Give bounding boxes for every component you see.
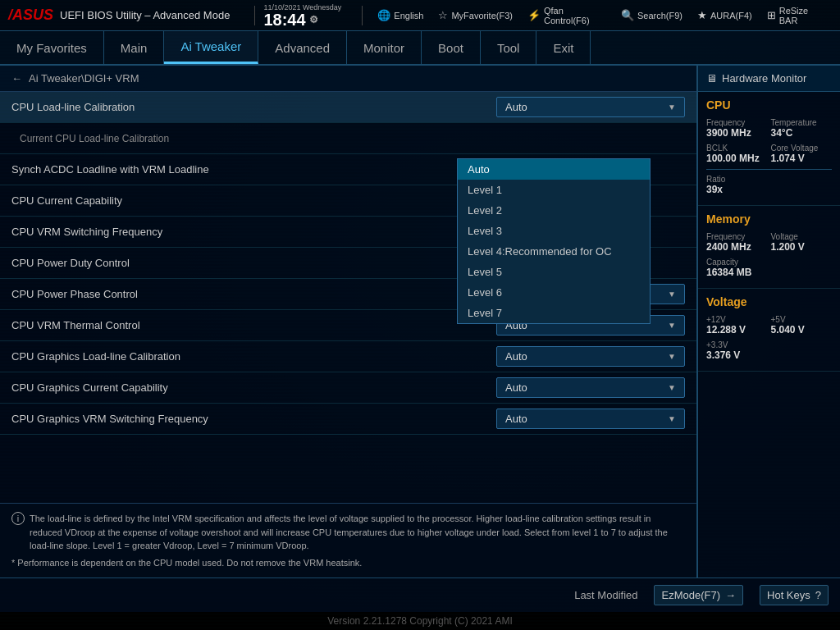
- memory-capacity-value: 16384 MB: [706, 267, 832, 278]
- setting-label-current-cpu: Current CPU Load-line Calibration: [11, 133, 685, 144]
- setting-row-current-cpu[interactable]: Current CPU Load-line Calibration: [0, 123, 696, 154]
- info-description: The load-line is defined by the Intel VR…: [30, 512, 685, 553]
- setting-row-cpu-graphics-loadline[interactable]: CPU Graphics Load-line Calibration Auto …: [0, 341, 696, 372]
- ez-mode-icon: →: [725, 589, 736, 601]
- dropdown-menu: Auto Level 1 Level 2 Level 3 Level 4:Rec…: [457, 158, 651, 324]
- last-modified-label: Last Modified: [574, 589, 637, 601]
- cpu-divider: [706, 169, 832, 170]
- chevron-down-icon: ▼: [668, 103, 676, 112]
- info-box: i The load-line is defined by the Intel …: [0, 503, 696, 578]
- toolbar-search[interactable]: 🔍 Search(F9): [614, 7, 689, 23]
- toolbar-rebar[interactable]: ⊞ ReSize BAR: [760, 4, 832, 27]
- dropdown-option-level1[interactable]: Level 1: [458, 180, 650, 200]
- cpu-core-voltage-value: 1.074 V: [771, 153, 833, 164]
- star-icon: ☆: [438, 9, 448, 21]
- cpu-ratio-value: 39x: [706, 184, 832, 195]
- memory-voltage-label: Voltage: [771, 232, 833, 241]
- memory-voltage-value: 1.200 V: [771, 241, 833, 253]
- version-bar: Version 2.21.1278 Copyright (C) 2021 AMI: [0, 612, 840, 630]
- dropdown-option-level3[interactable]: Level 3: [458, 221, 650, 241]
- voltage-section-title: Voltage: [706, 295, 832, 308]
- info-note: * Performance is dependent on the CPU mo…: [11, 556, 685, 570]
- nav-main[interactable]: Main: [104, 31, 165, 64]
- memory-voltage-cell: Voltage 1.200 V: [771, 232, 833, 253]
- dropdown-option-level2[interactable]: Level 2: [458, 200, 650, 221]
- toolbar-myfavorite[interactable]: ☆ MyFavorite(F3): [431, 7, 519, 23]
- memory-frequency-cell: Frequency 2400 MHz: [706, 232, 768, 253]
- dropdown-cpu-graphics-current[interactable]: Auto ▼: [496, 377, 685, 398]
- setting-label-cpu-graphics-loadline: CPU Graphics Load-line Calibration: [11, 350, 496, 363]
- memory-frequency-label: Frequency: [706, 232, 768, 241]
- voltage-33v-value: 3.376 V: [706, 349, 832, 361]
- voltage-12v-label: +12V: [706, 315, 768, 324]
- dropdown-cpu-graphics-vrm[interactable]: Auto ▼: [496, 409, 685, 429]
- toolbar-aura[interactable]: ★ AURA(F4): [691, 7, 759, 23]
- toolbar-language[interactable]: 🌐 English: [371, 7, 430, 23]
- ez-mode-button[interactable]: EzMode(F7) →: [654, 585, 743, 605]
- back-arrow-icon[interactable]: ←: [11, 72, 22, 84]
- cpu-bclk-value: 100.00 MHz: [706, 153, 768, 164]
- cpu-frequency-label: Frequency: [706, 118, 768, 127]
- voltage-12v-cell: +12V 12.288 V: [706, 315, 768, 336]
- globe-icon: 🌐: [377, 9, 390, 21]
- version-text: Version 2.21.1278 Copyright (C) 2021 AMI: [327, 615, 512, 627]
- search-icon: 🔍: [621, 9, 634, 21]
- chevron-down-icon5: ▼: [668, 383, 676, 392]
- cpu-frequency-cell: Frequency 3900 MHz: [706, 118, 768, 139]
- cpu-frequency-value: 3900 MHz: [706, 127, 768, 139]
- voltage-5v-label: +5V: [771, 315, 833, 324]
- cpu-temperature-cell: Temperature 34°C: [771, 118, 833, 139]
- dropdown-cpu-loadline[interactable]: Auto ▼: [496, 97, 685, 117]
- nav-monitor[interactable]: Monitor: [347, 31, 422, 64]
- datetime: 11/10/2021 Wednesday 18:44 ⚙: [263, 3, 341, 28]
- logo: /ASUS UEFI BIOS Utility – Advanced Mode: [8, 7, 230, 24]
- dropdown-option-level6[interactable]: Level 6: [458, 282, 650, 303]
- settings-icon[interactable]: ⚙: [309, 15, 318, 25]
- bios-title: UEFI BIOS Utility – Advanced Mode: [60, 9, 230, 21]
- main-content: ← Ai Tweaker\DIGI+ VRM CPU Load-line Cal…: [0, 66, 840, 578]
- info-icon: i: [11, 512, 25, 525]
- voltage-12v-value: 12.288 V: [706, 324, 768, 336]
- voltage-33v-cell: +3.3V 3.376 V: [706, 340, 832, 361]
- dropdown-option-auto[interactable]: Auto: [458, 159, 650, 180]
- cpu-ratio-label: Ratio: [706, 175, 832, 184]
- memory-section-title: Memory: [706, 212, 832, 226]
- cpu-bclk-label: BCLK: [706, 144, 768, 153]
- voltage-33v-label: +3.3V: [706, 340, 832, 349]
- toolbar-qfan[interactable]: ⚡ Qfan Control(F6): [521, 4, 613, 27]
- memory-capacity-label: Capacity: [706, 258, 832, 267]
- hot-keys-button[interactable]: Hot Keys ?: [760, 585, 829, 605]
- voltage-monitor-section: Voltage +12V 12.288 V +5V 5.040 V +3.3V …: [698, 289, 840, 372]
- nav-boot[interactable]: Boot: [422, 31, 481, 64]
- chevron-down-icon4: ▼: [668, 352, 676, 361]
- nav-tool[interactable]: Tool: [481, 31, 537, 64]
- nav-my-favorites[interactable]: My Favorites: [0, 31, 104, 64]
- header-divider2: [362, 6, 363, 25]
- header: /ASUS UEFI BIOS Utility – Advanced Mode …: [0, 0, 840, 31]
- chevron-down-icon3: ▼: [668, 321, 676, 330]
- setting-row-cpu-graphics-vrm[interactable]: CPU Graphics VRM Switching Frequency Aut…: [0, 404, 696, 435]
- nav-exit[interactable]: Exit: [536, 31, 591, 64]
- cpu-temperature-label: Temperature: [771, 118, 833, 127]
- cpu-section-title: CPU: [706, 98, 832, 112]
- rebar-icon: ⊞: [767, 9, 776, 21]
- dropdown-cpu-graphics-loadline[interactable]: Auto ▼: [496, 346, 685, 367]
- breadcrumb: ← Ai Tweaker\DIGI+ VRM: [0, 66, 696, 92]
- dropdown-option-level4[interactable]: Level 4:Recommended for OC: [458, 241, 650, 262]
- setting-row-cpu-graphics-current[interactable]: CPU Graphics Current Capability Auto ▼: [0, 372, 696, 404]
- voltage-5v-value: 5.040 V: [771, 324, 833, 336]
- nav-ai-tweaker[interactable]: Ai Tweaker: [164, 31, 258, 64]
- dropdown-option-level5[interactable]: Level 5: [458, 262, 650, 282]
- cpu-core-voltage-cell: Core Voltage 1.074 V: [771, 144, 833, 164]
- nav-advanced[interactable]: Advanced: [258, 31, 347, 64]
- setting-label-cpu-graphics-vrm: CPU Graphics VRM Switching Frequency: [11, 413, 496, 425]
- setting-row-cpu-loadline[interactable]: CPU Load-line Calibration Auto ▼: [0, 92, 696, 123]
- dropdown-option-level7[interactable]: Level 7: [458, 303, 650, 323]
- header-divider: [254, 6, 255, 25]
- nav-bar: My Favorites Main Ai Tweaker Advanced Mo…: [0, 31, 840, 66]
- aura-icon: ★: [697, 9, 707, 21]
- setting-label-cpu-graphics-current: CPU Graphics Current Capability: [11, 381, 496, 394]
- chevron-down-icon6: ▼: [668, 414, 676, 423]
- toolbar: 🌐 English ☆ MyFavorite(F3) ⚡ Qfan Contro…: [371, 4, 832, 27]
- setting-label-cpu-vrm-thermal: CPU VRM Thermal Control: [11, 319, 496, 331]
